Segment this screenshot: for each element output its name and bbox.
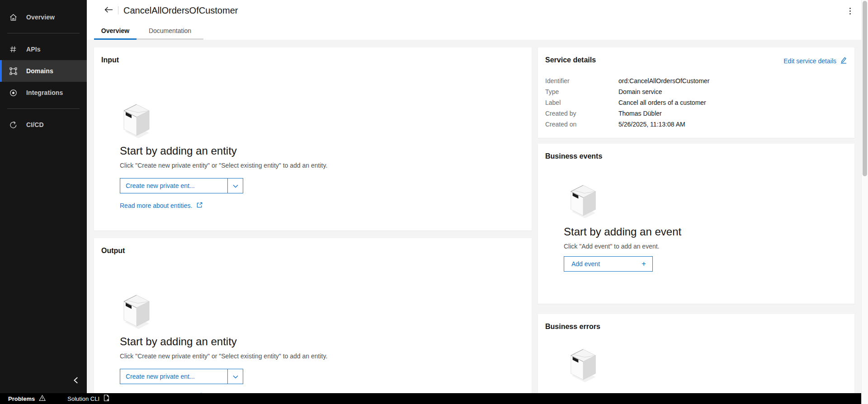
status-bar: Problems Solution CLI [0,393,861,404]
bounding-box-icon [9,67,17,75]
detail-label: Identifier [545,77,618,85]
create-entity-dropdown-button[interactable] [228,369,243,384]
chevron-down-icon [233,373,238,380]
card-title: Business events [538,144,854,160]
detail-label: Type [545,88,618,95]
business-errors-card: Business errors [538,314,854,404]
sidebar-item-overview[interactable]: Overview [0,6,87,28]
edit-service-details-link[interactable]: Edit service details [783,56,847,65]
sidebar-item-label: Domains [26,67,53,75]
launch-icon [196,202,203,210]
detail-label: Created by [545,110,618,117]
tab-overview[interactable]: Overview [94,23,137,40]
sidebar-item-label: CI/CD [26,121,44,128]
arrow-left-icon [104,6,113,14]
card-title: Input [94,47,532,64]
sidebar-item-label: Overview [26,14,55,21]
empty-state-description: Click "Add event" to add an event. [564,243,854,250]
detail-value: 5/26/2025, 11:13:08 AM [618,121,685,128]
title-divider [118,6,118,14]
box-illustration [120,102,153,138]
radio-button-icon [9,89,17,97]
kebab-icon [849,8,851,9]
edit-pencil-icon [840,56,847,65]
empty-state-title: Start by adding an entity [120,335,532,348]
create-entity-split-button: Create new private ent... [120,369,243,384]
detail-row: Created by Thomas Dübler [545,108,847,119]
sidebar-item-integrations[interactable]: Integrations [0,82,87,103]
file-icon [104,395,109,403]
service-details-card: Service details Edit service details Ide… [538,47,854,138]
create-entity-button[interactable]: Create new private ent... [120,179,228,193]
empty-state-description: Click "Create new private entity" or "Se… [120,162,532,169]
pipeline-icon [9,121,17,129]
input-card: Input Start by adding an entity Click "C… [94,47,532,230]
detail-value: Domain service [618,88,662,95]
detail-label: Created on [545,121,618,128]
empty-state-description: Click "Create new private entity" or "Se… [120,352,532,360]
create-entity-button[interactable]: Create new private ent... [120,369,228,384]
back-button[interactable] [103,5,114,16]
detail-row: Label Cancel all orders of a customer [545,97,847,108]
hash-icon [9,45,17,53]
overflow-menu-button[interactable] [844,5,856,17]
tab-documentation[interactable]: Documentation [137,23,203,40]
read-more-entities-link[interactable]: Read more about entities. [120,202,203,210]
plus-icon: + [642,259,646,268]
sidebar-item-domains[interactable]: Domains [0,60,87,82]
errors-empty-state [538,347,854,382]
detail-row: Identifier ord:CancelAllOrdersOfCustomer [545,75,847,86]
box-illustration [120,293,153,329]
sidebar-nav: Overview APIs Domains [0,0,87,136]
box-illustration [567,347,599,382]
sidebar-item-label: APIs [26,46,41,53]
warning-icon [39,395,46,403]
sidebar-collapse-button[interactable] [70,375,81,387]
detail-label: Label [545,99,618,106]
business-events-card: Business events Start by adding an event… [538,144,854,304]
sidebar-divider [7,33,80,33]
vertical-scrollbar[interactable] [861,0,868,404]
page-title: CancelAllOrdersOfCustomer [123,5,238,16]
card-title: Business errors [538,314,854,331]
input-empty-state: Start by adding an entity Click "Create … [94,102,532,210]
chevron-left-icon [73,377,79,385]
events-empty-state: Start by adding an event Click "Add even… [538,183,854,272]
output-card: Output Start by adding an entity Click "… [94,238,532,404]
sidebar-item-apis[interactable]: APIs [0,38,87,60]
sidebar-item-label: Integrations [26,89,63,96]
service-details-list: Identifier ord:CancelAllOrdersOfCustomer… [538,75,854,130]
page-header: CancelAllOrdersOfCustomer Overview Docum… [87,0,861,40]
detail-value: ord:CancelAllOrdersOfCustomer [618,77,710,85]
home-icon [9,13,17,21]
tab-bar: Overview Documentation [94,23,203,40]
box-illustration [567,183,599,218]
detail-value: Cancel all orders of a customer [618,99,706,106]
output-empty-state: Start by adding an entity Click "Create … [94,293,532,400]
empty-state-title: Start by adding an entity [120,145,532,157]
sidebar-item-cicd[interactable]: CI/CD [0,114,87,136]
sidebar: Overview APIs Domains [0,0,87,393]
detail-row: Created on 5/26/2025, 11:13:08 AM [545,119,847,130]
chevron-down-icon [233,183,238,189]
problems-button[interactable]: Problems [0,393,52,404]
create-entity-dropdown-button[interactable] [228,179,243,193]
detail-value: Thomas Dübler [618,110,662,117]
detail-row: Type Domain service [545,86,847,97]
empty-state-title: Start by adding an event [564,225,854,238]
add-event-button[interactable]: Add event + [564,256,653,272]
solution-cli-button[interactable]: Solution CLI [59,393,116,404]
create-entity-split-button: Create new private ent... [120,178,243,193]
sidebar-divider [7,108,80,109]
scrollbar-thumb[interactable] [863,1,867,176]
card-title: Output [94,238,532,255]
